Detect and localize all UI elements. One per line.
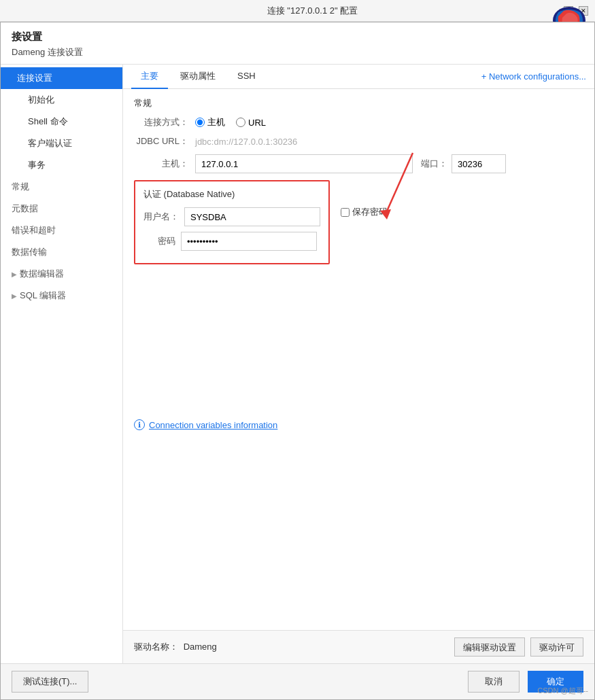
tab-driver-props[interactable]: 驱动属性 (171, 65, 225, 89)
window-header: 接设置 Dameng 连接设置 (1, 22, 594, 65)
sidebar-item-sql-editor[interactable]: ▶ SQL 编辑器 (1, 285, 122, 307)
edit-driver-settings-button[interactable]: 编辑驱动设置 (454, 637, 525, 657)
sidebar-item-label: 客户端认证 (28, 137, 72, 150)
conn-vars-link[interactable]: Connection variables information (149, 420, 277, 430)
host-mode-label: 主机 (207, 116, 225, 128)
host-input[interactable] (195, 154, 413, 173)
url-mode-label: URL (248, 118, 266, 128)
auth-area: 认证 (Database Native) 用户名： 密码 保存 (134, 180, 583, 273)
expand-icon: ▶ (12, 270, 17, 278)
password-row: 密码 (143, 232, 320, 251)
sidebar-item-data-transfer[interactable]: 数据传输 (1, 241, 122, 263)
url-mode-radio[interactable] (236, 118, 245, 127)
sidebar-item-label: 事务 (28, 159, 46, 171)
window-header-subtitle: Dameng 连接设置 (12, 46, 583, 58)
spacer (134, 273, 583, 408)
window-header-title: 接设置 (12, 31, 583, 43)
save-password-row[interactable]: 保存密码 (341, 206, 388, 218)
sidebar-item-client-auth[interactable]: 客户端认证 (1, 133, 122, 154)
connection-mode-row: 连接方式： 主机 URL (134, 116, 583, 128)
driver-row: 驱动名称： Dameng 编辑驱动设置 驱动许可 (123, 630, 594, 663)
sidebar-item-error-timeout[interactable]: 错误和超时 (1, 220, 122, 241)
sidebar-item-label: SQL 编辑器 (20, 290, 66, 302)
jdbc-url-row: JDBC URL： jdbc:dm://127.0.0.1:30236 (134, 135, 583, 147)
sidebar-item-label: Shell 命令 (28, 116, 68, 128)
driver-license-button[interactable]: 驱动许可 (530, 637, 583, 657)
connection-mode-label: 连接方式： (134, 116, 195, 128)
save-password-label: 保存密码 (352, 206, 388, 218)
sidebar-item-label: 数据传输 (12, 246, 47, 258)
sidebar-item-label: 数据编辑器 (20, 268, 64, 280)
auth-section-title: 认证 (Database Native) (143, 188, 320, 200)
jdbc-url-value: jdbc:dm://127.0.0.1:30236 (195, 137, 297, 147)
general-section-title: 常规 (134, 97, 583, 109)
host-row: 主机： 端口： (134, 154, 583, 173)
cancel-button[interactable]: 取消 (468, 671, 520, 693)
footer: 测试连接(T)... 取消 确定 (1, 663, 594, 699)
username-label: 用户名： (143, 211, 184, 223)
port-input[interactable] (452, 154, 506, 173)
username-row: 用户名： (143, 207, 320, 226)
password-input[interactable] (181, 232, 317, 251)
sidebar-item-metadata[interactable]: 元数据 (1, 198, 122, 220)
save-password-checkbox[interactable] (341, 208, 350, 217)
driver-label: 驱动名称： Dameng (134, 641, 449, 653)
content-area: 连接设置 初始化 Shell 命令 客户端认证 事务 常规 元数据 错误和超时 (1, 65, 594, 663)
test-connection-button[interactable]: 测试连接(T)... (12, 671, 88, 693)
network-config-link[interactable]: + Network configurations... (481, 71, 586, 82)
password-label: 密码 (143, 235, 181, 247)
url-mode-option[interactable]: URL (236, 118, 266, 128)
port-label: 端口： (421, 158, 452, 170)
sidebar-item-label: 初始化 (28, 94, 54, 106)
tab-main[interactable]: 主要 (131, 65, 168, 89)
sidebar-item-label: 常规 (12, 181, 29, 193)
watermark: CSDN @超哥-- (537, 686, 588, 696)
host-label: 主机： (134, 158, 195, 170)
expand-icon: ▶ (12, 292, 17, 300)
sidebar-item-label: 元数据 (12, 203, 38, 215)
sidebar: 连接设置 初始化 Shell 命令 客户端认证 事务 常规 元数据 错误和超时 (1, 65, 123, 663)
sidebar-item-label: 错误和超时 (12, 224, 56, 237)
host-mode-option[interactable]: 主机 (195, 116, 225, 128)
host-mode-radio[interactable] (195, 118, 205, 127)
info-icon: ℹ (134, 419, 145, 430)
tabs-bar: 主要 驱动属性 SSH + Network configurations... (123, 65, 594, 89)
sidebar-item-general[interactable]: 常规 (1, 176, 122, 198)
jdbc-url-label: JDBC URL： (134, 135, 195, 147)
form-panel: 常规 连接方式： 主机 URL (123, 89, 594, 630)
window-title: 连接 "127.0.0.1 2" 配置 (61, 5, 564, 17)
sidebar-item-shell-command[interactable]: Shell 命令 (1, 111, 122, 133)
sidebar-item-data-editor[interactable]: ▶ 数据编辑器 (1, 263, 122, 285)
sidebar-item-connection-settings[interactable]: 连接设置 (1, 67, 122, 89)
connection-mode-radio-group: 主机 URL (195, 116, 266, 128)
sidebar-item-transaction[interactable]: 事务 (1, 154, 122, 176)
auth-section: 认证 (Database Native) 用户名： 密码 (134, 180, 330, 264)
main-panel: 主要 驱动属性 SSH + Network configurations... … (123, 65, 594, 663)
sidebar-item-initialization[interactable]: 初始化 (1, 89, 122, 111)
sidebar-item-label: 连接设置 (17, 72, 52, 84)
title-bar: 连接 "127.0.0.1 2" 配置 — ✕ (0, 0, 595, 22)
tab-ssh[interactable]: SSH (228, 65, 265, 88)
conn-vars-row: ℹ Connection variables information (134, 414, 583, 436)
window-body: 接设置 Dameng 连接设置 连接设置 初始化 Shell 命令 客户端认证 … (0, 22, 595, 700)
username-input[interactable] (184, 207, 320, 226)
